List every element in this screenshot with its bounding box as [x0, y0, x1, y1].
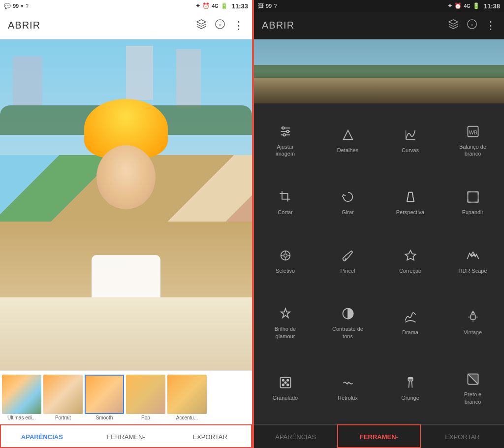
tool-perspectiva-label: Perspectiva: [396, 209, 424, 216]
wifi-icon: ▾: [21, 3, 24, 9]
left-photo-container: [0, 39, 252, 370]
tool-drama[interactable]: Drama: [379, 289, 441, 355]
svg-marker-30: [281, 309, 290, 318]
battery-icon: 🔋: [220, 2, 228, 9]
tool-seletivo[interactable]: Seletivo: [254, 231, 316, 290]
tool-glamour[interactable]: Brilho deglamour: [254, 289, 316, 355]
right-nav-export-label: EXPORTAR: [445, 433, 479, 441]
right-status-bar: 🖼 99 ? ✦ ⏰ 4G 🔋 11:38: [254, 0, 504, 12]
right-layers-icon[interactable]: [448, 19, 459, 32]
filmstrip-item-0[interactable]: Últimas edi...: [2, 375, 41, 420]
right-time: 11:38: [484, 2, 500, 10]
tool-expandir[interactable]: Expandir: [441, 173, 504, 231]
layers-icon[interactable]: [196, 19, 207, 32]
tool-cortar[interactable]: Cortar: [254, 173, 316, 231]
left-time: 11:33: [232, 2, 248, 10]
left-nav-tools-label: FERRAMEN-: [107, 433, 145, 441]
filmstrip-item-4[interactable]: Accentu...: [167, 375, 207, 420]
drama-icon: [402, 308, 419, 326]
left-nav-export-label: EXPORTAR: [193, 433, 227, 441]
retrolux-icon: [339, 374, 357, 391]
right-info-icon[interactable]: [467, 19, 477, 32]
svg-point-43: [411, 378, 412, 379]
tool-correcao[interactable]: Correção: [379, 231, 441, 290]
grain-icon: [277, 374, 294, 391]
tool-girar[interactable]: Girar: [316, 173, 379, 231]
right-photo-icon: 🖼: [258, 2, 264, 9]
left-nav-appearances[interactable]: APARÊNCIAS: [0, 425, 84, 448]
tool-retrolux-label: Retrolux: [338, 394, 358, 401]
right-nav-appearances[interactable]: APARÊNCIAS: [254, 425, 337, 448]
tool-pincel[interactable]: Pincel: [316, 231, 379, 290]
svg-point-10: [286, 130, 289, 133]
filmstrip-thumb-4[interactable]: [167, 375, 207, 414]
right-signal-icon: ?: [274, 3, 277, 9]
filmstrip-thumb-1[interactable]: [43, 375, 83, 414]
right-top-bar: ABRIR ⋮: [254, 12, 504, 39]
tool-perspectiva[interactable]: Perspectiva: [379, 173, 441, 231]
filmstrip-item-2[interactable]: Smooth: [85, 375, 124, 420]
svg-line-39: [409, 381, 409, 388]
tool-balanco-label: Balanço debranco: [459, 143, 486, 158]
svg-point-24: [284, 254, 287, 257]
filmstrip-label-3: Pop: [141, 415, 150, 420]
filmstrip-thumb-2[interactable]: [85, 375, 124, 414]
tool-cortar-label: Cortar: [278, 209, 293, 216]
tool-expandir-label: Expandir: [462, 209, 483, 216]
left-nav-export[interactable]: EXPORTAR: [168, 425, 252, 448]
right-nav-export[interactable]: EXPORTAR: [421, 425, 504, 448]
svg-point-38: [284, 382, 286, 384]
tool-contraste[interactable]: Contraste detons: [316, 289, 379, 355]
more-icon[interactable]: ⋮: [233, 19, 244, 32]
right-bluetooth-icon: ✦: [447, 2, 452, 9]
filmstrip-item-1[interactable]: Portrait: [43, 375, 83, 420]
tool-bw[interactable]: Preto ebranco: [441, 355, 504, 420]
rotate-icon: [339, 188, 357, 206]
svg-point-34: [282, 380, 284, 382]
left-nav-appearances-label: APARÊNCIAS: [21, 433, 63, 441]
left-nav-tools[interactable]: FERRAMEN-: [84, 425, 168, 448]
filmstrip-thumb-0[interactable]: [2, 375, 41, 414]
right-bottom-nav: APARÊNCIAS FERRAMEN- EXPORTAR: [254, 424, 504, 448]
tool-seletivo-label: Seletivo: [276, 267, 295, 274]
tool-hdr[interactable]: HDR Scape: [441, 231, 504, 290]
left-top-bar: ABRIR ⋮: [0, 12, 252, 39]
svg-marker-12: [343, 130, 352, 140]
crop-icon: [277, 188, 294, 206]
tool-vintage-label: Vintage: [464, 329, 482, 336]
filmstrip-item-3[interactable]: Pop: [126, 375, 165, 420]
filmstrip-thumb-3[interactable]: [126, 375, 165, 414]
tool-balanco[interactable]: WB Balanço debranco: [441, 107, 504, 173]
svg-point-36: [282, 384, 284, 386]
tool-curvas[interactable]: Curvas: [379, 107, 441, 173]
right-alarm-icon: ⏰: [454, 2, 462, 9]
tool-detalhes[interactable]: Detalhes: [316, 107, 379, 173]
tool-retrolux[interactable]: Retrolux: [316, 355, 379, 420]
filmstrip-label-2: Smooth: [96, 415, 113, 420]
svg-line-19: [412, 192, 414, 202]
tool-vintage[interactable]: Vintage: [441, 289, 504, 355]
perspective-icon: [402, 188, 419, 206]
glamour-icon: [277, 305, 294, 322]
unknown-icon: ?: [26, 3, 29, 9]
right-photo-mini: [254, 39, 504, 103]
tool-granulado[interactable]: Granulado: [254, 355, 316, 420]
left-top-icons: ⋮: [196, 19, 244, 32]
right-more-icon[interactable]: ⋮: [485, 19, 496, 32]
info-icon[interactable]: [215, 19, 225, 32]
right-nav-appearances-label: APARÊNCIAS: [275, 433, 316, 441]
right-nav-tools[interactable]: FERRAMEN-: [337, 425, 420, 448]
right-status-right: ✦ ⏰ 4G 🔋 11:38: [447, 2, 500, 10]
whatsapp-icon: 💬: [4, 3, 11, 9]
expand-icon: [464, 188, 482, 206]
brush-icon: [339, 247, 357, 264]
tool-grunge[interactable]: Grunge: [379, 355, 441, 420]
grunge-icon: [402, 374, 419, 391]
tool-girar-label: Girar: [342, 209, 353, 216]
right-status-icons: 🖼 99 ?: [258, 2, 277, 9]
tool-ajustar[interactable]: Ajustarimagem: [254, 107, 316, 173]
right-top-icons: ⋮: [448, 19, 496, 32]
tool-granulado-label: Granulado: [273, 394, 298, 401]
tool-contraste-label: Contraste detons: [332, 325, 363, 340]
svg-rect-32: [471, 315, 475, 320]
